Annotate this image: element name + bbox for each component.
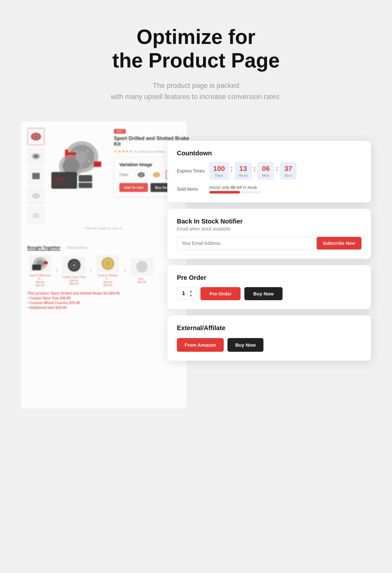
svg-point-30 bbox=[155, 173, 158, 176]
thumb-3 bbox=[27, 167, 45, 185]
sold-info: Hurry! only 40 left in stock bbox=[209, 185, 260, 194]
together-name-4: Lug... bbox=[138, 277, 145, 280]
add-to-cart-button[interactable]: Add To Cart bbox=[119, 183, 148, 192]
countdown-timer-row: Expires Times 100 Days : 13 Hours : 06 M… bbox=[177, 162, 361, 180]
svg-rect-36 bbox=[44, 261, 48, 264]
svg-point-12 bbox=[75, 150, 77, 152]
description-tab[interactable]: Description bbox=[67, 245, 88, 251]
hero-title-line2: the Product Page bbox=[112, 49, 280, 72]
mins-box: 06 Mins bbox=[257, 162, 274, 180]
secs-value: 37 bbox=[284, 165, 292, 173]
days-unit: Days bbox=[215, 173, 223, 177]
feature-cards: Countdown Expires Times 100 Days : 13 Ho… bbox=[167, 141, 371, 408]
rollover-text: Roll over image to zoom in bbox=[27, 227, 180, 230]
together-img-2 bbox=[63, 257, 86, 274]
sold-row: Sold Items Hurry! only 40 left in stock bbox=[177, 185, 361, 194]
together-price-old-3: $99.00 bbox=[103, 280, 112, 284]
section-nav: Bought Together Description bbox=[27, 245, 180, 251]
hero-section: Optimize for the Product Page The produc… bbox=[111, 25, 281, 103]
together-product-2: Cooper Zeon Tires $49.00 $60.00 bbox=[61, 257, 87, 285]
hours-value: 13 bbox=[239, 165, 247, 173]
main-content: POWER EVOLUTION HOT Sport Drilled and Sl… bbox=[21, 122, 371, 408]
hero-subtitle: The product page is packed with many ups… bbox=[111, 80, 281, 102]
progress-bar bbox=[209, 191, 260, 194]
pre-order-title: Pre Order bbox=[177, 274, 361, 281]
thumb-2 bbox=[27, 148, 45, 165]
secs-unit: Secs bbox=[284, 173, 292, 177]
sep-3: : bbox=[276, 165, 278, 173]
total-row: This product: Sport Drilled and Slotted … bbox=[27, 291, 180, 309]
quantity-wrapper: 1 ▲ ▼ bbox=[177, 287, 197, 300]
product-page-background: POWER EVOLUTION HOT Sport Drilled and Sl… bbox=[21, 122, 186, 408]
hours-unit: Hours bbox=[238, 173, 248, 177]
product-stars: ★★★★★ bbox=[114, 149, 133, 154]
together-product-3: Custom Wheels C... $99.00 $75.00 bbox=[95, 255, 121, 287]
product-main-image: POWER EVOLUTION bbox=[48, 128, 109, 198]
email-input[interactable] bbox=[177, 237, 313, 250]
hero-subtitle-line1: The product page is packed bbox=[153, 81, 239, 89]
hero-subtitle-line2: with many upsell features to increase co… bbox=[111, 93, 281, 101]
together-name-1: Sport Drilled and Sl... bbox=[27, 274, 53, 281]
preorder-buy-now-button[interactable]: Buy Now bbox=[244, 287, 283, 300]
svg-text:POWER: POWER bbox=[53, 178, 63, 181]
svg-point-40 bbox=[73, 264, 75, 266]
together-items: Sport Drilled and Sl... $39.00 $20.00 + bbox=[27, 255, 180, 287]
progress-fill bbox=[209, 191, 240, 194]
email-row: Subscribe Now bbox=[177, 237, 361, 250]
subscribe-button[interactable]: Subscribe Now bbox=[317, 237, 361, 250]
svg-text:EVOLUTION: EVOLUTION bbox=[53, 181, 67, 184]
qty-down-button[interactable]: ▼ bbox=[189, 294, 193, 298]
thumb-1 bbox=[27, 128, 45, 145]
total-item-1: This product: Sport Drilled and Slotted … bbox=[27, 291, 180, 295]
svg-point-4 bbox=[33, 154, 38, 158]
svg-point-2 bbox=[34, 135, 38, 138]
plus-1: + bbox=[55, 267, 59, 274]
countdown-card: Countdown Expires Times 100 Days : 13 Ho… bbox=[167, 141, 371, 202]
sep-2: : bbox=[254, 165, 256, 173]
hero-title: Optimize for the Product Page bbox=[111, 25, 281, 72]
together-price-new-3: $75.00 bbox=[103, 284, 112, 287]
mins-value: 06 bbox=[262, 165, 270, 173]
pre-order-card: Pre Order 1 ▲ ▼ Pre-Order Buy Now bbox=[167, 265, 371, 309]
external-buy-now-button[interactable]: Buy Now bbox=[228, 338, 263, 352]
svg-point-28 bbox=[139, 173, 143, 176]
color-label: Color bbox=[119, 173, 132, 177]
sold-count: 40 bbox=[230, 185, 235, 190]
days-value: 100 bbox=[213, 165, 225, 173]
preorder-row: 1 ▲ ▼ Pre-Order Buy Now bbox=[177, 287, 361, 300]
together-name-3: Custom Wheels C... bbox=[95, 274, 121, 281]
from-amazon-button[interactable]: From Amazon bbox=[177, 338, 224, 352]
svg-rect-8 bbox=[33, 213, 39, 218]
countdown-title: Countdown bbox=[177, 150, 361, 157]
thumbnail-column bbox=[27, 128, 45, 224]
total-item-3: • Custom Wheel Country $75.00 bbox=[27, 301, 180, 305]
back-in-stock-subtitle: Email when stock available bbox=[177, 226, 361, 231]
thumb-5 bbox=[27, 207, 45, 224]
plus-2: + bbox=[89, 267, 93, 274]
swatch-1[interactable] bbox=[135, 170, 147, 179]
preorder-button[interactable]: Pre-Order bbox=[200, 287, 241, 300]
swatch-2[interactable] bbox=[150, 170, 163, 179]
external-title: External/Affilate bbox=[177, 324, 361, 332]
days-box: 100 Days bbox=[209, 162, 229, 180]
together-price-old-1: $39.00 bbox=[36, 280, 45, 284]
svg-point-19 bbox=[63, 158, 80, 173]
together-product-1: Sport Drilled and Sl... $39.00 $20.00 bbox=[27, 255, 53, 287]
svg-rect-24 bbox=[79, 175, 92, 182]
together-price-new-1: $20.00 bbox=[36, 284, 45, 287]
bought-together-tab[interactable]: Bought Together bbox=[27, 245, 60, 251]
together-img-3 bbox=[96, 255, 119, 272]
svg-rect-26 bbox=[94, 161, 102, 167]
secs-box: 37 Secs bbox=[280, 162, 297, 180]
svg-point-13 bbox=[87, 150, 89, 152]
quantity-value: 1 bbox=[180, 291, 187, 296]
product-stars-text: 0 customer reviews bbox=[134, 150, 164, 153]
svg-point-47 bbox=[136, 261, 148, 272]
qty-up-button[interactable]: ▲ bbox=[189, 289, 193, 293]
together-price-new-4: $25.00 bbox=[137, 280, 146, 284]
external-card: External/Affilate From Amazon Buy Now bbox=[167, 315, 371, 361]
together-price-old-2: $49.00 bbox=[70, 279, 79, 282]
expires-label: Expires Times bbox=[177, 168, 206, 173]
hero-title-line1: Optimize for bbox=[136, 25, 255, 48]
svg-point-14 bbox=[88, 160, 90, 162]
